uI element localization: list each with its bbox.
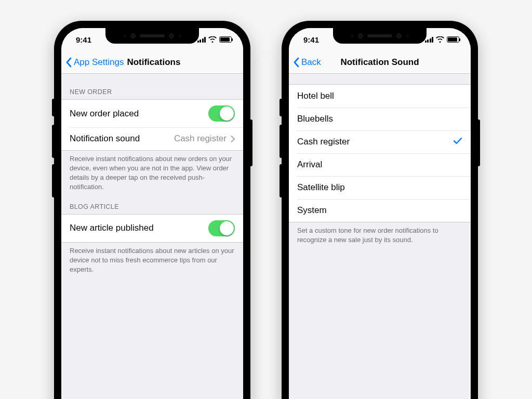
battery-icon xyxy=(219,36,232,43)
back-label: App Settings xyxy=(74,57,124,68)
checkmark-icon xyxy=(453,137,462,147)
toggle-new-order[interactable] xyxy=(208,105,235,122)
content: Hotel bellBluebellsCash registerArrivalS… xyxy=(289,74,471,399)
sound-option-row[interactable]: Bluebells xyxy=(289,108,471,130)
back-button[interactable]: App Settings xyxy=(61,57,124,68)
content: NEW ORDER New order placed Notification … xyxy=(61,74,243,399)
status-time: 9:41 xyxy=(303,35,319,44)
row-new-article-published[interactable]: New article published xyxy=(61,215,243,242)
section-header-new-order: NEW ORDER xyxy=(61,74,243,99)
back-label: Back xyxy=(301,57,321,68)
page-title: Notifications xyxy=(127,57,180,68)
nav-bar: Back Notification Sound xyxy=(289,51,471,74)
phone-mockup-left: 9:41 App Settings Notifications NEW ORDE… xyxy=(54,21,250,399)
sound-option-row[interactable]: Satellite blip xyxy=(289,176,471,199)
screen: 9:41 App Settings Notifications NEW ORDE… xyxy=(61,28,243,399)
sound-option-row[interactable]: Arrival xyxy=(289,153,471,176)
wifi-icon xyxy=(436,36,444,43)
sound-option-label: System xyxy=(297,205,327,216)
signal-icon xyxy=(197,37,206,43)
chevron-left-icon xyxy=(293,57,299,68)
section-footer-blog: Receive instant notifications about new … xyxy=(61,243,243,276)
row-label: New article published xyxy=(70,223,154,233)
sound-option-label: Hotel bell xyxy=(297,91,334,101)
sound-option-label: Cash register xyxy=(297,137,350,147)
sound-option-label: Bluebells xyxy=(297,114,333,124)
signal-icon xyxy=(425,37,434,43)
row-notification-sound[interactable]: Notification sound Cash register xyxy=(61,127,243,150)
sound-option-row[interactable]: System xyxy=(289,199,471,222)
row-new-order-placed[interactable]: New order placed xyxy=(61,100,243,127)
sound-option-row[interactable]: Hotel bell xyxy=(289,85,471,108)
row-label: Notification sound xyxy=(70,134,140,144)
back-button[interactable]: Back xyxy=(289,57,321,68)
section-footer-sounds: Set a custom tone for new order notifica… xyxy=(289,222,471,247)
sound-option-row[interactable]: Cash register xyxy=(289,130,471,153)
nav-bar: App Settings Notifications xyxy=(61,51,243,74)
row-value: Cash register xyxy=(174,134,227,144)
chevron-left-icon xyxy=(65,57,72,68)
section-header-blog: BLOG ARTICLE xyxy=(61,194,243,214)
sound-option-label: Arrival xyxy=(297,159,322,170)
cell-group-sounds: Hotel bellBluebellsCash registerArrivalS… xyxy=(289,84,471,222)
cell-group-blog: New article published xyxy=(61,214,243,243)
notch xyxy=(105,28,199,44)
cell-group-new-order: New order placed Notification sound Cash… xyxy=(61,99,243,151)
status-time: 9:41 xyxy=(76,35,91,44)
section-footer-new-order: Receive instant notifications about new … xyxy=(61,151,243,194)
screen: 9:41 Back Notification Sound Hotel bellB… xyxy=(289,28,471,399)
chevron-right-icon xyxy=(231,136,235,142)
phone-mockup-right: 9:41 Back Notification Sound Hotel bellB… xyxy=(282,21,478,399)
toggle-new-article[interactable] xyxy=(208,220,235,236)
wifi-icon xyxy=(208,36,217,43)
row-label: New order placed xyxy=(70,109,139,119)
notch xyxy=(333,28,427,44)
sound-option-label: Satellite blip xyxy=(297,182,345,193)
battery-icon xyxy=(447,36,459,43)
